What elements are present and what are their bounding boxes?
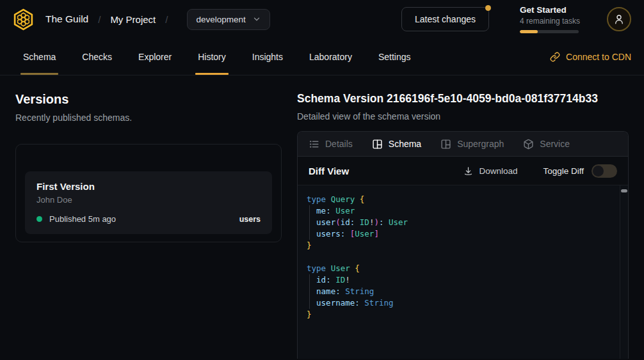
tab-supergraph[interactable]: Supergraph — [440, 139, 504, 150]
code-line — [307, 251, 615, 263]
progress-fill — [520, 30, 538, 33]
version-title: First Version — [36, 181, 261, 192]
version-detail-title: Schema Version 2166196f-5e10-4059-bd0a-0… — [297, 92, 629, 106]
tab-service-label: Service — [540, 139, 570, 149]
code-scrollbar-thumb[interactable] — [621, 189, 627, 192]
diff-actions: Download Toggle Diff — [463, 164, 617, 178]
person-icon — [613, 13, 625, 25]
published-status-dot — [36, 216, 42, 222]
toggle-diff-switch[interactable] — [592, 164, 617, 178]
versions-list-container: First Version John Doe Published 5m ago … — [15, 144, 282, 242]
code-scrollbar[interactable] — [620, 185, 628, 359]
target-selector-value: development — [196, 15, 245, 24]
version-detail-panel: Schema Version 2166196f-5e10-4059-bd0a-0… — [297, 92, 629, 359]
nav-tab-insights[interactable]: Insights — [252, 38, 283, 75]
code-block: type Query { me: User user(id: ID!): Use… — [307, 194, 615, 320]
schema-view-panel: Details Schema Sup — [297, 131, 629, 359]
target-selector-dropdown[interactable]: development — [187, 9, 270, 30]
main-content: Versions Recently published schemas. Fir… — [0, 75, 644, 359]
version-list-item[interactable]: First Version John Doe Published 5m ago … — [25, 171, 272, 234]
nav-tab-history[interactable]: History — [198, 38, 226, 75]
chevron-down-icon — [252, 15, 261, 24]
code-line: type User { — [307, 263, 615, 274]
breadcrumb-project[interactable]: My Project — [110, 14, 156, 25]
latest-changes-button[interactable]: Latest changes — [401, 7, 489, 31]
main-nav: Schema Checks Explorer History Insights … — [0, 38, 644, 75]
code-line: name: String — [307, 286, 615, 297]
breadcrumb-separator: / — [98, 14, 101, 25]
tab-supergraph-label: Supergraph — [457, 139, 504, 149]
switch-knob — [593, 166, 604, 176]
list-icon — [309, 139, 319, 150]
code-line: users: [User] — [307, 228, 615, 240]
tab-details[interactable]: Details — [309, 139, 353, 150]
link-icon — [550, 52, 560, 62]
versions-subtitle: Recently published schemas. — [15, 113, 282, 123]
user-avatar[interactable] — [607, 7, 631, 31]
nav-tab-checks[interactable]: Checks — [82, 38, 112, 75]
app-header: The Guild / My Project / development Lat… — [0, 0, 644, 38]
code-line: me: User — [307, 205, 615, 217]
toggle-diff-label: Toggle Diff — [543, 166, 584, 176]
code-line: id: ID! — [307, 274, 615, 286]
columns-icon — [440, 139, 451, 150]
code-line: type Query { — [307, 194, 615, 205]
tab-details-label: Details — [325, 139, 353, 149]
code-line: } — [307, 240, 615, 251]
get-started-subtitle: 4 remaining tasks — [520, 17, 581, 26]
get-started-widget[interactable]: Get Started 4 remaining tasks — [520, 5, 581, 33]
tab-schema-label: Schema — [389, 139, 421, 149]
versions-panel: Versions Recently published schemas. Fir… — [15, 92, 282, 359]
version-detail-subtitle: Detailed view of the schema version — [297, 111, 629, 121]
get-started-progressbar — [520, 30, 579, 33]
versions-title: Versions — [15, 92, 282, 107]
schema-code-viewer[interactable]: type Query { me: User user(id: ID!): Use… — [298, 185, 628, 359]
cube-icon — [523, 139, 534, 150]
download-button[interactable]: Download — [463, 166, 517, 176]
detail-tabs: Details Schema Sup — [298, 132, 628, 157]
download-label: Download — [479, 166, 517, 176]
diff-view-toolbar: Diff View Download Toggle Diff — [298, 157, 628, 185]
notification-dot — [485, 5, 491, 11]
nav-tab-explorer[interactable]: Explorer — [138, 38, 172, 75]
nav-tab-settings[interactable]: Settings — [378, 38, 411, 75]
get-started-title: Get Started — [520, 5, 581, 15]
hive-logo-icon[interactable] — [12, 8, 35, 31]
code-line: } — [307, 309, 615, 320]
nav-tab-laboratory[interactable]: Laboratory — [309, 38, 352, 75]
code-line: username: String — [307, 297, 615, 309]
code-line: user(id: ID!): User — [307, 217, 615, 228]
breadcrumb-org[interactable]: The Guild — [45, 13, 88, 25]
diff-view-title: Diff View — [309, 166, 349, 176]
tab-schema[interactable]: Schema — [372, 139, 421, 150]
published-status-text: Published 5m ago — [49, 214, 116, 224]
download-icon — [463, 166, 473, 176]
connect-to-cdn-button[interactable]: Connect to CDN — [550, 38, 631, 75]
version-author: John Doe — [36, 195, 261, 205]
service-name-badge: users — [239, 215, 261, 224]
version-meta-row: Published 5m ago users — [36, 214, 261, 224]
columns-icon — [372, 139, 383, 150]
breadcrumb-separator: / — [165, 14, 168, 25]
tab-service[interactable]: Service — [523, 139, 570, 150]
nav-tab-schema[interactable]: Schema — [23, 38, 56, 75]
latest-changes-wrapper: Latest changes — [401, 7, 489, 31]
connect-to-cdn-label: Connect to CDN — [566, 52, 631, 62]
